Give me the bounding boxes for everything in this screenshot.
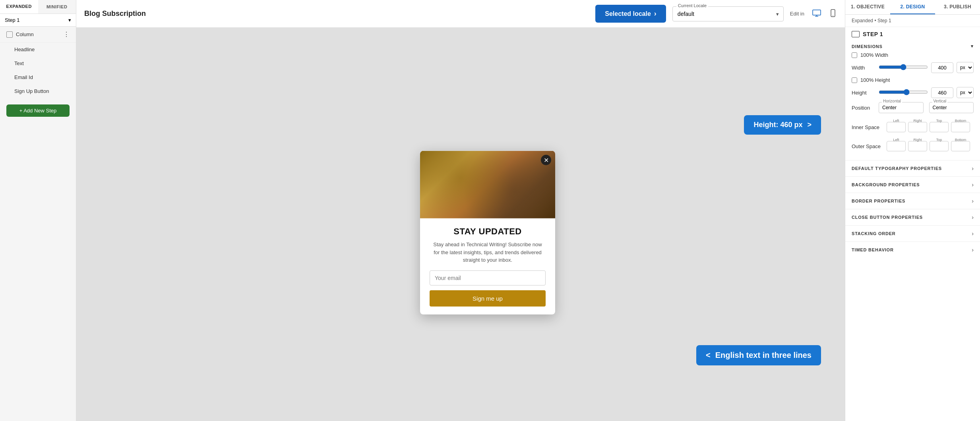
horizontal-label: Horizontal [882,99,902,103]
desktop-device-button[interactable] [811,8,823,19]
outer-bottom-input[interactable]: 12 [951,141,970,151]
column-label: Column [16,31,34,37]
height-unit-select[interactable]: px % [957,87,974,98]
inner-right-label: Right [908,119,927,123]
sidebar-item-signupbutton[interactable]: Sign Up Button [0,84,76,98]
left-sidebar: EXPANDED MINIFIED Step 1 ▾ Column ⋮ Head… [0,0,76,421]
close-button-properties-section[interactable]: CLOSE BUTTON PROPERTIES › [845,209,980,225]
outer-left-label: Left [887,138,906,142]
breadcrumb-text: Expanded • Step 1 [852,18,891,23]
outer-top-input[interactable]: 12 [930,141,949,151]
background-properties-arrow-icon: › [972,182,974,188]
dimensions-title: DIMENSIONS ▾ [852,39,974,52]
border-properties-section[interactable]: BORDER PROPERTIES › [845,193,980,209]
svg-rect-0 [813,10,821,15]
sidebar-item-emailid-label: Email Id [6,74,33,80]
selected-locale-label: Selected locale [605,10,651,17]
sidebar-item-emailid[interactable]: Email Id [0,70,76,84]
height-100-checkbox[interactable] [852,77,857,83]
height-bubble-label: Height: 460 px [753,121,802,129]
tab-design[interactable]: 2. DESIGN [890,0,935,14]
inner-space-label: Inner Space [852,124,883,130]
popup-submit-button[interactable]: Sign me up [430,290,546,306]
dimensions-section: DIMENSIONS ▾ 100% Width Width 400 px % 1… [845,39,980,122]
default-typography-section[interactable]: DEFAULT TYPOGRAPHY PROPERTIES › [845,160,980,176]
popup-modal: ✕ STAY UPDATED Stay ahead in Technical W… [420,151,555,315]
close-button-properties-arrow-icon: › [972,214,974,220]
width-100-label: 100% Width [860,52,888,58]
border-properties-arrow-icon: › [972,198,974,204]
selected-locale-arrow-icon: › [654,10,657,18]
english-bubble[interactable]: < English text in three lines [696,345,821,365]
outer-top-label: Top [930,138,949,142]
stacking-order-section[interactable]: STACKING ORDER › [845,225,980,241]
position-row: Position Horizontal Center Left Right Ve… [852,102,974,113]
horizontal-position-select[interactable]: Center Left Right [879,102,924,113]
sidebar-item-text-label: Text [6,60,24,66]
height-input[interactable]: 460 [931,87,953,98]
popup-image [420,151,555,218]
outer-space-label: Outer Space [852,143,883,149]
height-100-label: 100% Height [860,77,890,83]
tab-minified[interactable]: MINIFIED [38,0,76,14]
sidebar-item-headline[interactable]: Headline [0,42,76,56]
popup-close-button[interactable]: ✕ [541,155,551,165]
tab-expanded[interactable]: EXPANDED [0,0,38,14]
background-properties-section[interactable]: BACKGROUND PROPERTIES › [845,176,980,193]
inner-bottom-input[interactable]: 0 [951,122,970,132]
popup-email-input[interactable] [430,270,546,285]
width-field-row: Width 400 px % [852,62,974,73]
right-tabs: 1. OBJECTIVE 2. DESIGN 3. PUBLISH [845,0,980,15]
background-properties-title: BACKGROUND PROPERTIES [852,182,920,187]
height-field-row: Height 460 px % [852,87,974,98]
inner-bottom-label: Bottom [951,119,970,123]
default-typography-arrow-icon: › [972,165,974,172]
width-input[interactable]: 400 [931,62,953,73]
mobile-device-button[interactable] [829,8,837,20]
dimensions-collapse-icon[interactable]: ▾ [971,44,974,49]
height-slider[interactable] [879,89,928,95]
breadcrumb: Expanded • Step 1 [845,15,980,27]
timed-behavior-section[interactable]: TIMED BEHAVIOR › [845,241,980,258]
inner-left-label: Left [887,119,906,123]
right-panel: 1. OBJECTIVE 2. DESIGN 3. PUBLISH Expand… [845,0,980,421]
stacking-order-title: STACKING ORDER [852,231,896,236]
inner-left-input[interactable]: 0 [887,122,906,132]
width-slider[interactable] [879,64,928,70]
height-100-row: 100% Height [852,77,974,83]
outer-right-input[interactable]: 12 [908,141,927,151]
position-label: Position [852,105,875,111]
locale-select[interactable]: default [672,6,784,21]
width-unit-select[interactable]: px % [957,62,974,73]
step-selector[interactable]: Step 1 ▾ [0,14,76,27]
inner-top-label: Top [930,119,949,123]
tab-publish[interactable]: 3. PUBLISH [935,0,980,14]
popup-body: STAY UPDATED Stay ahead in Technical Wri… [420,218,555,315]
inner-right-input[interactable]: 0 [908,122,927,132]
sidebar-column[interactable]: Column ⋮ [0,27,76,42]
tab-objective[interactable]: 1. OBJECTIVE [845,0,890,14]
main-content: Blog Subscription Selected locale › Curr… [76,0,845,421]
width-100-checkbox[interactable] [852,52,857,58]
outer-space-section: Outer Space Left 12 Right 12 Top 12 Bott… [845,141,980,160]
sidebar-item-text[interactable]: Text [0,56,76,70]
outer-right-label: Right [908,138,927,142]
stacking-order-arrow-icon: › [972,230,974,237]
column-options-icon[interactable]: ⋮ [63,31,70,38]
outer-left-input[interactable]: 12 [887,141,906,151]
popup-title: STAY UPDATED [430,226,546,237]
outer-bottom-label: Bottom [951,138,970,142]
timed-behavior-arrow-icon: › [972,247,974,253]
vertical-position-select[interactable]: Center Top Bottom [929,102,974,113]
add-step-button[interactable]: + Add New Step [6,104,70,117]
popup-description: Stay ahead in Technical Writing! Subscri… [430,241,546,264]
timed-behavior-title: TIMED BEHAVIOR [852,247,894,252]
step-icon [852,31,860,37]
selected-locale-button[interactable]: Selected locale › [595,5,666,23]
width-label: Width [852,65,875,71]
locale-select-label: Current Locale [676,3,708,8]
inner-top-input[interactable]: 0 [930,122,949,132]
svg-point-4 [833,15,833,16]
locale-select-wrap: Current Locale default ▾ [672,6,784,21]
height-bubble[interactable]: Height: 460 px > [744,115,821,135]
